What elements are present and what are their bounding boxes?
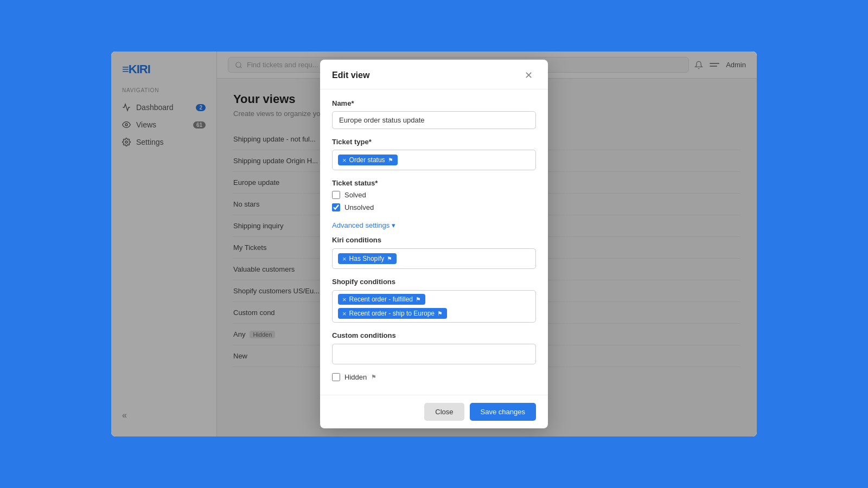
unsolved-checkbox-row[interactable]: Unsolved (332, 203, 536, 211)
order-status-tag: × Order status ⚑ (338, 155, 398, 165)
unsolved-checkbox[interactable] (332, 203, 340, 211)
close-button[interactable]: Close (424, 403, 464, 421)
shopify-conditions-input[interactable]: × Recent order - fulfilled ⚑ × Recent or… (332, 290, 536, 323)
solved-label: Solved (344, 191, 366, 199)
tag-icon: ⚑ (387, 255, 392, 262)
ticket-type-label: Ticket type* (332, 138, 536, 146)
close-icon[interactable]: ✕ (521, 69, 536, 81)
hidden-checkbox-row[interactable]: Hidden ⚑ (332, 373, 536, 381)
custom-conditions-input[interactable] (332, 344, 536, 364)
modal-title: Edit view (332, 70, 369, 80)
has-shopify-tag: × Has Shopify ⚑ (338, 253, 397, 264)
main-content: Find tickets and requ... Admin Your view… (217, 52, 757, 436)
kiri-conditions-field-group: Kiri conditions × Has Shopify ⚑ (332, 236, 536, 269)
shopify-conditions-label: Shopify conditions (332, 278, 536, 286)
edit-view-modal: Edit view ✕ Name* Ticket type* (320, 60, 548, 428)
tag-icon: ⚑ (437, 310, 443, 317)
hidden-label: Hidden (344, 373, 367, 381)
modal-footer: Close Save changes (320, 395, 548, 428)
name-input[interactable] (332, 111, 536, 129)
solved-checkbox-row[interactable]: Solved (332, 191, 536, 199)
chevron-down-icon: ▾ (392, 221, 395, 229)
hidden-field-group: Hidden ⚑ (332, 373, 536, 381)
recent-order-europe-tag: × Recent order - ship to Europe ⚑ (338, 308, 447, 319)
kiri-conditions-label: Kiri conditions (332, 236, 536, 244)
advanced-settings-toggle[interactable]: Advanced settings ▾ (332, 221, 395, 229)
ticket-status-field-group: Ticket status* Solved Unsolved (332, 179, 536, 211)
recent-order-fulfilled-tag: × Recent order - fulfilled ⚑ (338, 294, 425, 305)
tag-remove-button[interactable]: × (342, 157, 347, 164)
custom-conditions-label: Custom conditions (332, 331, 536, 339)
tag-remove-button[interactable]: × (342, 255, 347, 262)
name-label: Name* (332, 99, 536, 107)
hidden-checkbox[interactable] (332, 373, 340, 381)
ticket-type-input[interactable]: × Order status ⚑ (332, 150, 536, 170)
kiri-conditions-input[interactable]: × Has Shopify ⚑ (332, 248, 536, 269)
unsolved-label: Unsolved (344, 203, 374, 211)
app-window: ≡KIRI NAVIGATION Dashboard 2 Views 61 Se… (111, 52, 757, 436)
tag-remove-button[interactable]: × (342, 310, 347, 317)
save-button[interactable]: Save changes (470, 403, 536, 421)
tag-remove-button[interactable]: × (342, 296, 347, 303)
modal-overlay: Edit view ✕ Name* Ticket type* (217, 52, 757, 436)
advanced-settings-label: Advanced settings (332, 221, 390, 229)
modal-body: Name* Ticket type* × Order status ⚑ (320, 89, 548, 395)
solved-checkbox[interactable] (332, 191, 340, 199)
modal-header: Edit view ✕ (320, 60, 548, 89)
ticket-status-label: Ticket status* (332, 179, 536, 187)
tag-icon: ⚑ (416, 296, 421, 303)
ticket-status-checkboxes: Solved Unsolved (332, 191, 536, 211)
tag-icon: ⚑ (388, 157, 393, 164)
name-field-group: Name* (332, 99, 536, 129)
ticket-type-field-group: Ticket type* × Order status ⚑ (332, 138, 536, 170)
custom-conditions-field-group: Custom conditions (332, 331, 536, 364)
hidden-info-icon: ⚑ (371, 374, 376, 381)
shopify-conditions-field-group: Shopify conditions × Recent order - fulf… (332, 278, 536, 323)
